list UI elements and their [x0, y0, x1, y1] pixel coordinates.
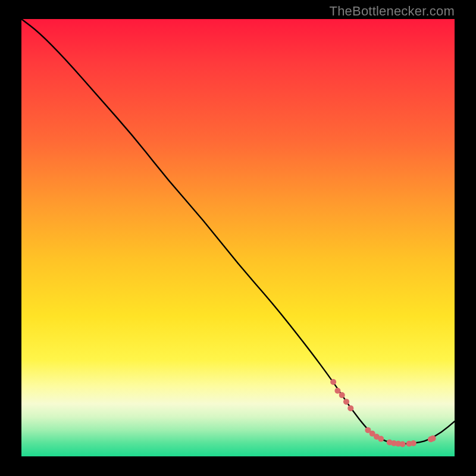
marker-dot — [400, 441, 406, 447]
marker-dot — [378, 436, 384, 442]
marker-dot — [334, 388, 340, 394]
curve-markers — [330, 379, 436, 447]
bottleneck-curve — [21, 19, 455, 444]
watermark-text: TheBottlenecker.com — [330, 4, 455, 19]
marker-dot — [330, 379, 336, 385]
marker-dot — [411, 440, 416, 446]
marker-dot — [430, 436, 436, 441]
marker-dot — [343, 399, 349, 405]
plot-area — [21, 19, 455, 456]
marker-dot — [339, 392, 345, 398]
curve-layer — [21, 19, 455, 456]
marker-dot — [347, 405, 353, 411]
chart-stage: TheBottlenecker.com — [0, 0, 476, 476]
